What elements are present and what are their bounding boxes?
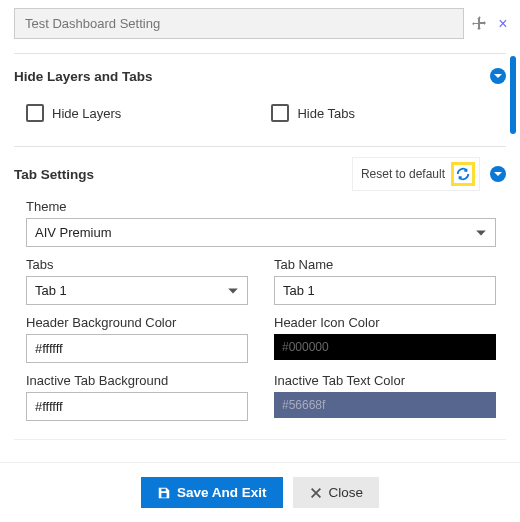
theme-label: Theme <box>26 199 496 214</box>
close-icon[interactable]: × <box>494 15 512 33</box>
hide-section-title: Hide Layers and Tabs <box>14 69 153 84</box>
reset-button[interactable] <box>451 162 475 186</box>
checkbox-icon <box>26 104 44 122</box>
close-label: Close <box>329 485 364 500</box>
chevron-down-icon[interactable] <box>490 68 506 84</box>
hide-tabs-label: Hide Tabs <box>297 106 355 121</box>
chevron-down-icon <box>227 285 239 297</box>
header-icon-label: Header Icon Color <box>274 315 496 330</box>
save-icon <box>157 486 171 500</box>
tabs-value: Tab 1 <box>35 283 67 298</box>
inactive-text-label: Inactive Tab Text Color <box>274 373 496 388</box>
hide-layers-label: Hide Layers <box>52 106 121 121</box>
tabname-label: Tab Name <box>274 257 496 272</box>
hide-section-header[interactable]: Hide Layers and Tabs <box>14 62 506 90</box>
save-label: Save And Exit <box>177 485 267 500</box>
chevron-down-icon <box>475 227 487 239</box>
close-icon <box>309 486 323 500</box>
inactive-bg-label: Inactive Tab Background <box>26 373 248 388</box>
tabs-select[interactable]: Tab 1 <box>26 276 248 305</box>
theme-value: AIV Premium <box>35 225 112 240</box>
tab-settings-title: Tab Settings <box>14 167 94 182</box>
inactive-bg-input[interactable] <box>26 392 248 421</box>
hide-tabs-checkbox[interactable]: Hide Tabs <box>271 104 355 122</box>
save-and-exit-button[interactable]: Save And Exit <box>141 477 283 508</box>
reset-label: Reset to default <box>361 167 445 181</box>
header-bg-label: Header Background Color <box>26 315 248 330</box>
header-bg-input[interactable] <box>26 334 248 363</box>
reset-to-default: Reset to default <box>352 157 480 191</box>
tabs-label: Tabs <box>26 257 248 272</box>
move-icon[interactable] <box>470 15 488 33</box>
cutoff-row <box>14 439 506 448</box>
inactive-text-color-input[interactable]: #56668f <box>274 392 496 418</box>
dashboard-title-input[interactable] <box>14 8 464 39</box>
chevron-down-icon[interactable] <box>490 166 506 182</box>
header-icon-color-input[interactable]: #000000 <box>274 334 496 360</box>
close-button[interactable]: Close <box>293 477 380 508</box>
checkbox-icon <box>271 104 289 122</box>
content-area: Hide Layers and Tabs Hide Layers Hide Ta… <box>0 39 520 459</box>
hide-layers-checkbox[interactable]: Hide Layers <box>26 104 121 122</box>
theme-select[interactable]: AIV Premium <box>26 218 496 247</box>
tabname-input[interactable] <box>274 276 496 305</box>
refresh-icon <box>456 167 470 181</box>
